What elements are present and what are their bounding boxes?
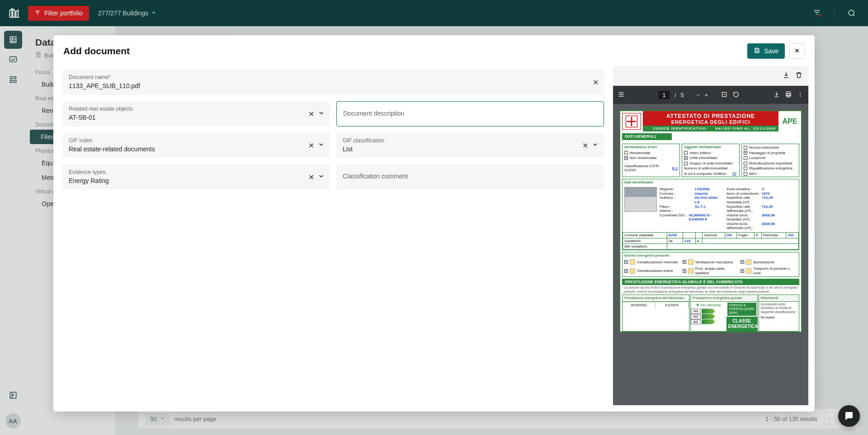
- buildings-count-text: 277/277 Buildings: [98, 9, 148, 17]
- chevron-down-icon: [151, 9, 156, 17]
- top-banner: Filter portfolio 277/277 Buildings: [0, 0, 868, 26]
- buildings-count[interactable]: 277/277 Buildings: [98, 9, 156, 17]
- search-icon[interactable]: [843, 4, 861, 22]
- favorites-filter-icon[interactable]: [808, 4, 826, 22]
- filter-portfolio-button[interactable]: Filter portfolio: [28, 6, 89, 21]
- svg-point-0: [849, 10, 854, 15]
- filter-icon: [34, 9, 41, 17]
- app-logo: [7, 6, 22, 20]
- filter-button-label: Filter portfolio: [44, 9, 83, 17]
